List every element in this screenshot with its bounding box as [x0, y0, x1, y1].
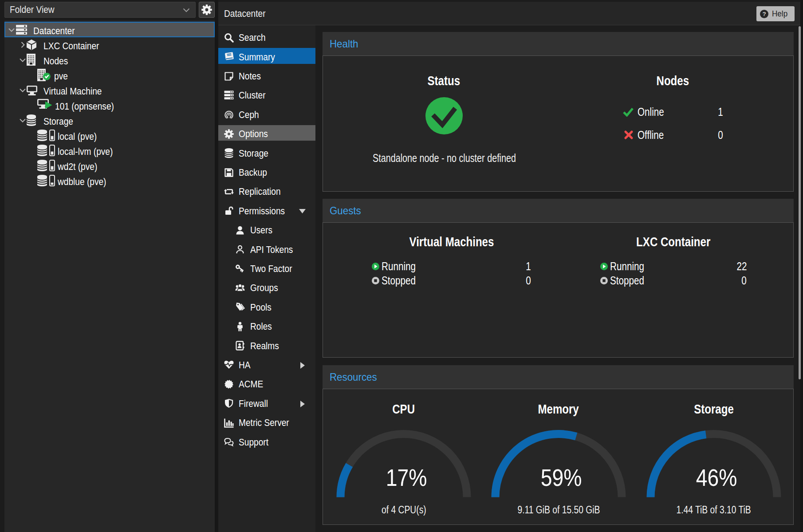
- svg-text:?: ?: [762, 11, 766, 17]
